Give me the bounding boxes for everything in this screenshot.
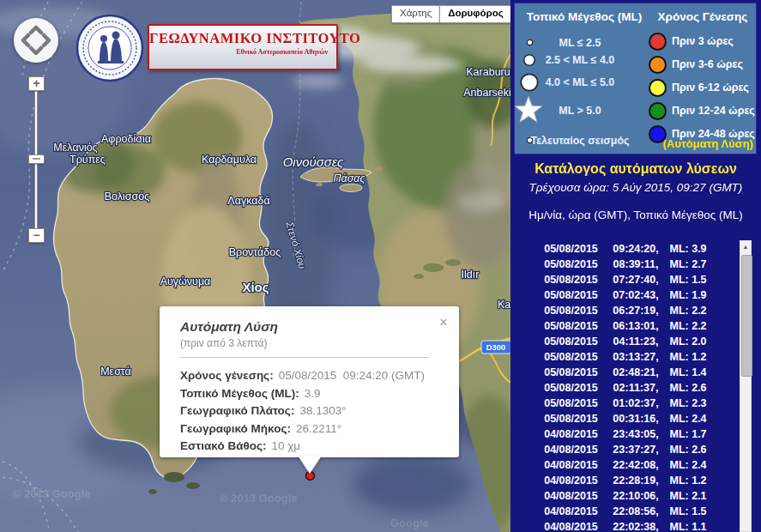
scroll-up-icon[interactable]: ▲ xyxy=(740,241,751,252)
map-label-anbarseki: Anbarseki xyxy=(463,87,510,99)
legend-time-title: Χρόνος Γένεσης xyxy=(650,10,755,23)
map-watermark: © 2013 Google xyxy=(13,487,91,500)
catalog-row[interactable]: 05/08/201501:02:37,ML: 2.3 xyxy=(526,396,725,411)
catalog-current-time: Τρέχουσα ώρα: 5 Αύγ 2015, 09:27 (GMT) xyxy=(510,181,761,194)
catalog-scrollbar[interactable]: ▲ xyxy=(740,240,752,532)
catalog-row[interactable]: 04/08/201523:37:27,ML: 2.6 xyxy=(526,442,725,457)
pan-arrows-icon xyxy=(14,18,58,63)
institute-name: ΓΕΩΔΥΝΑΜΙΚΟ ΙΝΣΤΙΤΟΥΤΟ xyxy=(149,30,336,47)
scrollbar-thumb[interactable] xyxy=(741,255,752,377)
catalog-row[interactable]: 05/08/201502:11:37,ML: 2.6 xyxy=(526,380,725,396)
time-3h-circle-icon xyxy=(648,32,667,51)
catalog-row[interactable]: 04/08/201522:08:56,ML: 1.5 xyxy=(526,504,725,519)
map-label-trypes: Τρύπες xyxy=(69,154,106,166)
time-6-12h-circle-icon xyxy=(648,78,667,98)
zoom-out-button[interactable]: − xyxy=(28,228,45,243)
catalog-row[interactable]: 05/08/201504:11:23,ML: 2.0 xyxy=(526,334,725,349)
map-watermark: © 2013 Google xyxy=(220,492,298,505)
map-label-vrontados: Βροντάδος xyxy=(229,246,281,258)
map-label-ildir: Ildır xyxy=(462,269,480,281)
catalog-row[interactable]: 05/08/201506:27:19,ML: 2.2 xyxy=(526,303,725,318)
legend-item-ml-small: ML ≤ 2.5 xyxy=(525,37,635,49)
map-label-mesta: Μεστά xyxy=(100,366,131,378)
map-label-kad: Kad xyxy=(498,299,510,311)
legend: Τοπικό Μέγεθος (ML) Χρόνος Γένεσης ML ≤ … xyxy=(514,3,757,154)
info-field-latitude: Γεωγραφικό Πλάτος:38.1303° xyxy=(180,402,459,420)
map-canvas[interactable]: D300 Αφροδίσια Μελανιός Τρύπες Καρδάμυλα… xyxy=(0,0,510,532)
side-panel: Τοπικό Μέγεθος (ML) Χρόνος Γένεσης ML ≤ … xyxy=(510,0,761,532)
info-field-depth: Εστιακό Βάθος:10 χμ xyxy=(180,438,459,456)
institute-seal-icon xyxy=(75,13,144,83)
zoom-in-button[interactable]: + xyxy=(28,76,45,91)
map-label-afrodisia: Αφροδίσια xyxy=(101,133,151,145)
info-field-origin-time: Χρόνος γένεσης:05/08/2015 09:24:20 (GMT) xyxy=(180,367,459,385)
legend-item-ml-large: 4.0 < ML ≤ 5.0 xyxy=(525,76,635,88)
pan-control[interactable] xyxy=(14,18,58,63)
map-label-lagkada: Λαγκαδά xyxy=(227,195,269,207)
zoom-slider-handle[interactable] xyxy=(28,154,45,164)
institute-logo: ΓΕΩΔΥΝΑΜΙΚΟ ΙΝΣΤΙΤΟΥΤΟ Εθνικό Αστεροσκοπ… xyxy=(74,11,336,85)
catalog-columns-header: Ημ/νία, ώρα (GMT), Τοπικό Μέγεθος (ML) xyxy=(510,209,761,221)
map-type-toggle: Χάρτης Δορυφόρος xyxy=(391,5,510,23)
catalog-row[interactable]: 04/08/201522:02:38,ML: 1.1 xyxy=(526,519,725,532)
catalog-row[interactable]: 04/08/201522:28:19,ML: 1.2 xyxy=(526,473,725,488)
info-field-longitude: Γεωγραφικό Μήκος:26.2211° xyxy=(180,420,459,438)
map-label-pasas: Πάσας xyxy=(334,172,366,184)
legend-item-ml-medium: 2.5 < ML ≤ 4.0 xyxy=(525,54,635,66)
catalog-row[interactable]: 05/08/201503:13:27,ML: 1.2 xyxy=(526,349,725,365)
catalog-row[interactable]: 05/08/201500:31:16,ML: 2.4 xyxy=(526,411,725,426)
close-icon[interactable]: × xyxy=(439,315,448,329)
catalog-row[interactable]: 04/08/201522:10:06,ML: 2.1 xyxy=(526,488,725,504)
legend-item-time-3-6h: Πριν 3-6 ώρες xyxy=(672,58,743,70)
divider xyxy=(180,357,428,358)
map-label-avgonyma: Αυγώνυμα xyxy=(160,275,211,287)
catalog-row[interactable]: 05/08/201506:13:01,ML: 2.2 xyxy=(526,318,725,334)
map-type-satellite-button[interactable]: Δορυφόρος xyxy=(439,5,510,23)
map-watermark: Google xyxy=(390,517,429,529)
institute-banner: ΓΕΩΔΥΝΑΜΙΚΟ ΙΝΣΤΙΤΟΥΤΟ Εθνικό Αστεροσκοπ… xyxy=(148,24,338,70)
road-badge-d300: D300 xyxy=(481,341,510,354)
legend-item-time-6-12h: Πριν 6-12 ώρες xyxy=(672,82,749,94)
time-12-24h-circle-icon xyxy=(648,101,667,121)
catalog-row[interactable]: 04/08/201523:43:05,ML: 1.7 xyxy=(526,426,725,442)
legend-auto-solution-note: (Αυτόματη Λύση) xyxy=(663,137,753,150)
map-label-karaburu: Karaburu xyxy=(466,66,510,78)
catalog-row[interactable]: 05/08/201508:39:11,ML: 2.7 xyxy=(526,257,725,272)
map-type-map-button[interactable]: Χάρτης xyxy=(391,5,440,23)
legend-item-ml-star: ML > 5.0 xyxy=(525,105,635,117)
info-window-pointer xyxy=(298,456,322,474)
catalog-row[interactable]: 04/08/201522:42:08,ML: 2.4 xyxy=(526,457,725,473)
catalog-row[interactable]: 05/08/201507:02:43,ML: 1.9 xyxy=(526,287,725,303)
map-label-oinousses: Οινούσσες xyxy=(283,154,344,169)
legend-item-latest-quake: Τελευταίος σεισμός xyxy=(525,135,635,147)
catalog-title: Κατάλογος αυτόματων λύσεων xyxy=(510,161,761,177)
catalog-row[interactable]: 05/08/201509:24:20,ML: 3.9 xyxy=(526,241,725,257)
info-window-age: (πριν από 3 λεπτά) xyxy=(180,337,459,349)
map-label-melanios: Μελανιός xyxy=(53,142,97,154)
institute-subtitle: Εθνικό Αστεροσκοπείο Αθηνών xyxy=(149,48,336,56)
zoom-handle-grip xyxy=(33,158,40,160)
legend-item-time-12-24h: Πριν 12-24 ώρες xyxy=(672,105,755,117)
legend-item-time-3h: Πριν 3 ώρες xyxy=(672,35,734,47)
road-badge-label: D300 xyxy=(486,342,506,352)
legend-magnitude-title: Τοπικό Μέγεθος (ML) xyxy=(520,10,649,23)
map-label-chios: Χίος xyxy=(242,280,269,294)
info-window: × Αυτόματη Λύση (πριν από 3 λεπτά) Χρόνο… xyxy=(160,306,459,457)
info-window-title: Αυτόματη Λύση xyxy=(180,319,459,335)
time-3-6h-circle-icon xyxy=(648,55,667,75)
app-window: D300 Αφροδίσια Μελανιός Τρύπες Καρδάμυλα… xyxy=(0,0,761,532)
catalog-row[interactable]: 05/08/201502:48:21,ML: 1.4 xyxy=(526,365,725,380)
catalog-row[interactable]: 05/08/201507:27:40,ML: 1.5 xyxy=(526,272,725,287)
catalog-list: 05/08/201509:24:20,ML: 3.9 05/08/201508:… xyxy=(526,241,725,532)
info-field-magnitude: Τοπικό Μέγεθος (ML):3.9 xyxy=(180,385,459,403)
map-label-volissos: Βολισσός xyxy=(105,190,149,203)
map-label-kardamyla: Καρδάμυλα xyxy=(202,154,257,166)
